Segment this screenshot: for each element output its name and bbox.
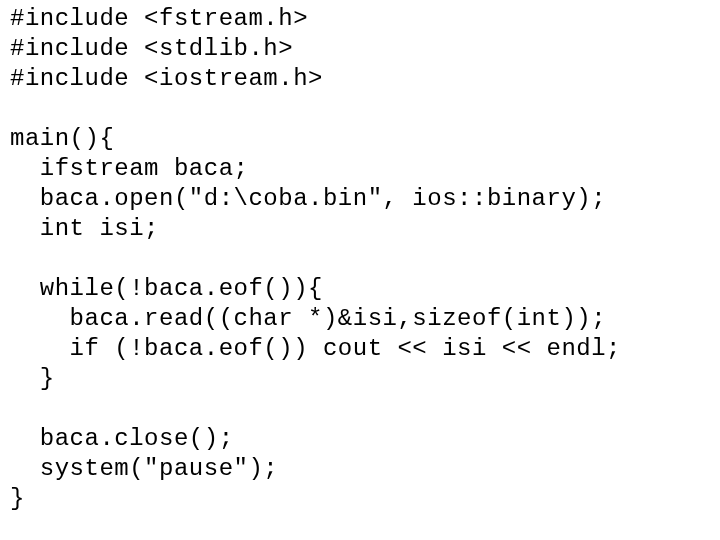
code-block: #include <fstream.h> #include <stdlib.h>… (0, 0, 720, 518)
